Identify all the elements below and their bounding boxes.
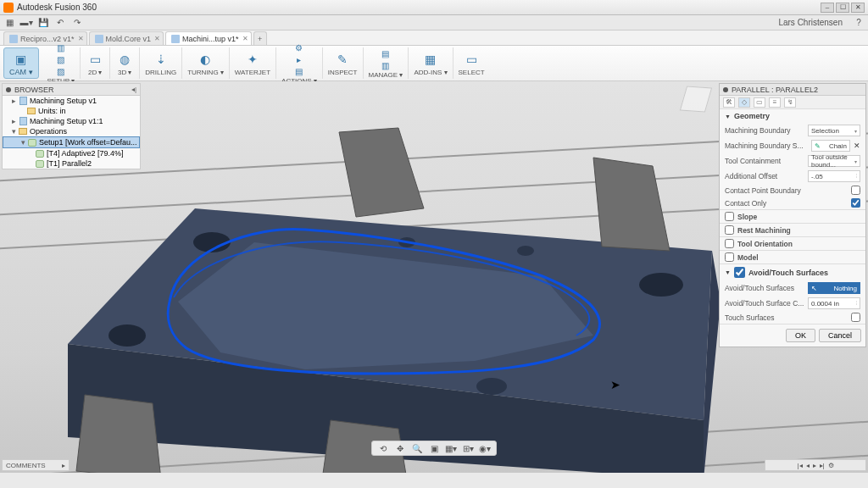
section-header[interactable]: ▼Geometry bbox=[720, 109, 865, 123]
twisty-icon[interactable]: ▾ bbox=[9, 127, 18, 136]
spinner-icon[interactable]: ⦙ bbox=[856, 174, 857, 180]
tree-item[interactable]: ▸Machining Setup v1:1 bbox=[3, 116, 140, 126]
zoom-icon[interactable]: 🔍 bbox=[411, 442, 423, 454]
ribbon-manage[interactable]: ▤▥MANAGE ▾ bbox=[364, 47, 409, 79]
tree-item[interactable]: [T4] Adaptive2 [79.4%] bbox=[3, 148, 140, 158]
close-button[interactable]: ✕ bbox=[851, 3, 865, 13]
pan-icon[interactable]: ✥ bbox=[394, 442, 406, 454]
timeline-play-icon[interactable]: ▸ bbox=[813, 462, 816, 469]
doc-tab[interactable]: Mold.Core v1✕ bbox=[89, 31, 164, 45]
tree-label: [T4] Adaptive2 [79.4%] bbox=[47, 149, 124, 158]
section-orient: Tool Orientation bbox=[720, 237, 865, 251]
redo-icon[interactable]: ↷ bbox=[71, 17, 83, 29]
ribbon-label: MANAGE ▾ bbox=[369, 71, 403, 79]
dropdown-boundary[interactable]: Selection▾ bbox=[808, 125, 860, 136]
tab-geometry-icon[interactable]: ◇ bbox=[738, 97, 750, 108]
timeline-settings-icon[interactable]: ⚙ bbox=[828, 462, 834, 469]
ok-button[interactable]: OK bbox=[786, 329, 815, 342]
tree-item[interactable]: ▾Operations bbox=[3, 126, 140, 136]
twisty-icon[interactable]: ▸ bbox=[9, 117, 18, 125]
grid-icon[interactable]: ⊞▾ bbox=[462, 442, 474, 454]
checkbox-touch[interactable] bbox=[851, 313, 860, 322]
checkbox-model[interactable] bbox=[725, 252, 734, 262]
input-clearance[interactable]: 0.0004 in⦙ bbox=[808, 297, 860, 309]
close-icon[interactable]: ✕ bbox=[78, 35, 84, 42]
3d-icon: ◍ bbox=[115, 50, 134, 69]
browser-title: BROWSER bbox=[14, 86, 54, 94]
turning-icon: ◐ bbox=[196, 50, 214, 69]
view-cube[interactable] bbox=[683, 86, 714, 117]
checkbox-contact-only[interactable] bbox=[851, 198, 860, 208]
spinner-icon[interactable]: ⦙ bbox=[856, 301, 857, 307]
fit-icon[interactable]: ▣ bbox=[428, 442, 440, 454]
selector-avoid-surfaces[interactable]: ↖Nothing bbox=[808, 282, 860, 294]
cancel-button[interactable]: Cancel bbox=[819, 329, 861, 342]
timeline-prev-icon[interactable]: ◂ bbox=[806, 462, 810, 469]
section-header[interactable]: ▼Avoid/Touch Surfaces bbox=[720, 264, 865, 280]
comments-bar[interactable]: COMMENTS▸ bbox=[2, 459, 70, 471]
display-icon[interactable]: ▦▾ bbox=[445, 442, 457, 454]
tab-tool-icon[interactable]: 🛠 bbox=[723, 97, 735, 108]
collapse-icon[interactable]: ◂| bbox=[131, 86, 136, 93]
checkbox-orient[interactable] bbox=[725, 239, 734, 248]
tab-passes-icon[interactable]: ≡ bbox=[769, 97, 781, 108]
ribbon-turning[interactable]: ◐TURNING ▾ bbox=[182, 47, 230, 79]
render-icon[interactable]: ◉▾ bbox=[479, 442, 491, 454]
tree-item[interactable]: Units: in bbox=[3, 106, 140, 116]
folder-icon bbox=[27, 108, 36, 114]
twisty-icon[interactable]: ▾ bbox=[19, 138, 27, 147]
ribbon-2d[interactable]: ▭2D ▾ bbox=[81, 47, 110, 79]
ribbon-inspect[interactable]: ✎INSPECT bbox=[323, 47, 364, 79]
timeline-next-icon[interactable]: ▸| bbox=[820, 462, 825, 469]
ribbon-3d[interactable]: ◍3D ▾ bbox=[110, 47, 140, 79]
add-tab-button[interactable]: + bbox=[253, 31, 267, 45]
tree-item[interactable]: [T1] Parallel2 bbox=[3, 158, 140, 169]
section-title: Geometry bbox=[734, 112, 770, 120]
user-name[interactable]: Lars Christensen bbox=[778, 18, 848, 27]
ribbon-label: SELECT bbox=[459, 69, 485, 76]
tree-item-selected[interactable]: ▾Setup1 [Work offset=Defau... bbox=[3, 136, 140, 148]
ribbon-waterjet[interactable]: ✦WATERJET bbox=[230, 47, 276, 79]
ribbon-drilling[interactable]: ⇣DRILLING bbox=[140, 47, 182, 79]
checkbox-slope[interactable] bbox=[725, 212, 734, 221]
chain-selector[interactable]: ✎Chain bbox=[811, 140, 850, 152]
orbit-icon[interactable]: ⟲ bbox=[377, 442, 389, 454]
browser-header[interactable]: BROWSER ◂| bbox=[3, 84, 140, 96]
ribbon-setup[interactable]: ▥▧▨SETUP ▾ bbox=[42, 47, 81, 79]
ribbon-label: DRILLING bbox=[145, 69, 176, 76]
tree-item[interactable]: ▸Machining Setup v1 bbox=[3, 96, 140, 106]
save-icon[interactable]: 💾 bbox=[37, 17, 49, 29]
ribbon-actions[interactable]: ⚙▸▤ACTIONS ▾ bbox=[276, 47, 323, 79]
minimize-button[interactable]: – bbox=[821, 3, 834, 13]
file-icon[interactable]: ▬▾ bbox=[20, 17, 32, 29]
section-rest: Rest Machining bbox=[720, 224, 865, 237]
timeline-start-icon[interactable]: |◂ bbox=[797, 462, 802, 469]
doc-tab[interactable]: Recipro...v2 v1*✕ bbox=[3, 31, 87, 45]
workspace-selector[interactable]: ▣ CAM ▾ bbox=[3, 47, 39, 79]
checkbox-avoid[interactable] bbox=[734, 267, 745, 278]
ribbon-toolbar: ▣ CAM ▾ ▥▧▨SETUP ▾ ▭2D ▾ ◍3D ▾ ⇣DRILLING… bbox=[0, 46, 868, 81]
undo-icon[interactable]: ↶ bbox=[54, 17, 66, 29]
close-icon[interactable]: ✕ bbox=[242, 35, 248, 42]
checkbox-rest[interactable] bbox=[725, 225, 734, 235]
tab-linking-icon[interactable]: ↯ bbox=[784, 97, 796, 108]
checkbox-contact-point[interactable] bbox=[851, 186, 860, 195]
doc-tab[interactable]: Machini...tup v1*✕ bbox=[165, 31, 252, 45]
prop-row: Contact Only bbox=[720, 197, 865, 209]
ribbon-addins[interactable]: ▦ADD-INS ▾ bbox=[409, 47, 453, 79]
close-icon[interactable]: ✕ bbox=[154, 35, 160, 42]
properties-title: PARALLEL : PARALLEL2 bbox=[732, 86, 818, 94]
grid-icon[interactable]: ▦ bbox=[3, 17, 15, 29]
maximize-button[interactable]: ☐ bbox=[836, 3, 849, 13]
ribbon-select[interactable]: ▭SELECT bbox=[453, 47, 490, 79]
help-icon[interactable]: ? bbox=[853, 17, 865, 29]
twisty-icon[interactable]: ▸ bbox=[9, 97, 18, 105]
dropdown-containment[interactable]: Tool outside bound...▾ bbox=[808, 155, 860, 167]
quick-access-bar: ▦ ▬▾ 💾 ↶ ↷ Lars Christensen ? bbox=[0, 15, 868, 30]
clear-icon[interactable]: ✕ bbox=[854, 141, 860, 150]
timeline-bar: |◂ ◂ ▸ ▸| ⚙ bbox=[765, 459, 866, 471]
properties-header[interactable]: PARALLEL : PARALLEL2 bbox=[720, 84, 865, 96]
expand-icon[interactable]: ▸ bbox=[62, 462, 65, 469]
input-offset[interactable]: -.05⦙ bbox=[808, 170, 860, 182]
tab-heights-icon[interactable]: ▭ bbox=[754, 97, 765, 108]
